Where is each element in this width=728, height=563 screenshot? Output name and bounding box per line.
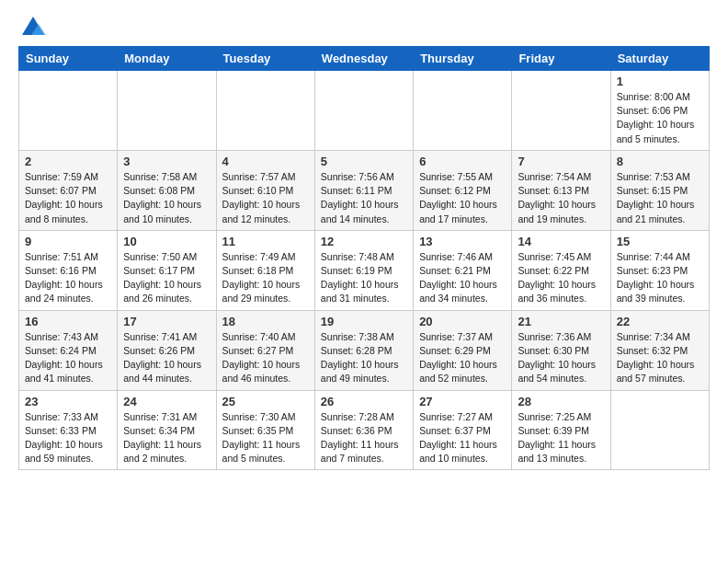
day-info: Sunrise: 7:25 AM Sunset: 6:39 PM Dayligh… bbox=[518, 410, 604, 466]
weekday-header-sunday: Sunday bbox=[19, 47, 118, 71]
day-info: Sunrise: 7:49 AM Sunset: 6:18 PM Dayligh… bbox=[222, 250, 309, 306]
week-row-3: 9Sunrise: 7:51 AM Sunset: 6:16 PM Daylig… bbox=[19, 230, 710, 310]
calendar-cell bbox=[610, 390, 709, 470]
weekday-header-thursday: Thursday bbox=[414, 47, 512, 71]
header bbox=[18, 15, 710, 37]
day-info: Sunrise: 7:30 AM Sunset: 6:35 PM Dayligh… bbox=[222, 410, 309, 466]
calendar-table: SundayMondayTuesdayWednesdayThursdayFrid… bbox=[18, 46, 710, 470]
calendar-cell: 24Sunrise: 7:31 AM Sunset: 6:34 PM Dayli… bbox=[118, 390, 216, 470]
calendar-cell: 18Sunrise: 7:40 AM Sunset: 6:27 PM Dayli… bbox=[216, 310, 314, 390]
day-info: Sunrise: 7:50 AM Sunset: 6:17 PM Dayligh… bbox=[123, 250, 210, 306]
calendar-cell: 25Sunrise: 7:30 AM Sunset: 6:35 PM Dayli… bbox=[216, 390, 314, 470]
day-number: 24 bbox=[123, 395, 210, 408]
day-number: 14 bbox=[518, 235, 604, 248]
day-info: Sunrise: 7:57 AM Sunset: 6:10 PM Dayligh… bbox=[222, 170, 309, 226]
day-info: Sunrise: 8:00 AM Sunset: 6:06 PM Dayligh… bbox=[617, 90, 703, 146]
calendar-cell bbox=[19, 71, 118, 151]
day-number: 20 bbox=[419, 315, 506, 328]
day-info: Sunrise: 7:54 AM Sunset: 6:13 PM Dayligh… bbox=[518, 170, 604, 226]
day-info: Sunrise: 7:45 AM Sunset: 6:22 PM Dayligh… bbox=[518, 250, 604, 306]
day-number: 5 bbox=[321, 155, 407, 168]
day-number: 12 bbox=[321, 235, 407, 248]
calendar-cell: 15Sunrise: 7:44 AM Sunset: 6:23 PM Dayli… bbox=[610, 230, 709, 310]
day-info: Sunrise: 7:34 AM Sunset: 6:32 PM Dayligh… bbox=[617, 330, 703, 386]
calendar-cell: 7Sunrise: 7:54 AM Sunset: 6:13 PM Daylig… bbox=[512, 150, 610, 230]
day-info: Sunrise: 7:40 AM Sunset: 6:27 PM Dayligh… bbox=[222, 330, 309, 386]
calendar-cell: 23Sunrise: 7:33 AM Sunset: 6:33 PM Dayli… bbox=[19, 390, 118, 470]
week-row-1: 1Sunrise: 8:00 AM Sunset: 6:06 PM Daylig… bbox=[19, 71, 710, 151]
day-info: Sunrise: 7:28 AM Sunset: 6:36 PM Dayligh… bbox=[321, 410, 407, 466]
day-number: 19 bbox=[321, 315, 407, 328]
week-row-4: 16Sunrise: 7:43 AM Sunset: 6:24 PM Dayli… bbox=[19, 310, 710, 390]
calendar-cell bbox=[314, 71, 413, 151]
day-number: 7 bbox=[518, 155, 604, 168]
day-info: Sunrise: 7:27 AM Sunset: 6:37 PM Dayligh… bbox=[419, 410, 506, 466]
day-number: 4 bbox=[222, 155, 309, 168]
week-row-5: 23Sunrise: 7:33 AM Sunset: 6:33 PM Dayli… bbox=[19, 390, 710, 470]
day-number: 28 bbox=[518, 395, 604, 408]
calendar-cell: 11Sunrise: 7:49 AM Sunset: 6:18 PM Dayli… bbox=[216, 230, 314, 310]
day-info: Sunrise: 7:46 AM Sunset: 6:21 PM Dayligh… bbox=[419, 250, 506, 306]
day-info: Sunrise: 7:41 AM Sunset: 6:26 PM Dayligh… bbox=[123, 330, 210, 386]
day-info: Sunrise: 7:37 AM Sunset: 6:29 PM Dayligh… bbox=[419, 330, 506, 386]
day-number: 21 bbox=[518, 315, 604, 328]
calendar-cell bbox=[216, 71, 314, 151]
day-number: 25 bbox=[222, 395, 309, 408]
calendar-cell: 19Sunrise: 7:38 AM Sunset: 6:28 PM Dayli… bbox=[314, 310, 413, 390]
day-info: Sunrise: 7:31 AM Sunset: 6:34 PM Dayligh… bbox=[123, 410, 210, 466]
weekday-header-wednesday: Wednesday bbox=[314, 47, 413, 71]
day-info: Sunrise: 7:44 AM Sunset: 6:23 PM Dayligh… bbox=[617, 250, 703, 306]
calendar-cell: 26Sunrise: 7:28 AM Sunset: 6:36 PM Dayli… bbox=[314, 390, 413, 470]
day-info: Sunrise: 7:51 AM Sunset: 6:16 PM Dayligh… bbox=[25, 250, 111, 306]
day-number: 26 bbox=[321, 395, 407, 408]
calendar-cell: 13Sunrise: 7:46 AM Sunset: 6:21 PM Dayli… bbox=[414, 230, 512, 310]
weekday-header-monday: Monday bbox=[118, 47, 216, 71]
calendar-cell: 9Sunrise: 7:51 AM Sunset: 6:16 PM Daylig… bbox=[19, 230, 118, 310]
day-info: Sunrise: 7:43 AM Sunset: 6:24 PM Dayligh… bbox=[25, 330, 111, 386]
calendar-cell: 28Sunrise: 7:25 AM Sunset: 6:39 PM Dayli… bbox=[512, 390, 610, 470]
calendar-cell: 21Sunrise: 7:36 AM Sunset: 6:30 PM Dayli… bbox=[512, 310, 610, 390]
calendar-cell bbox=[512, 71, 610, 151]
day-info: Sunrise: 7:58 AM Sunset: 6:08 PM Dayligh… bbox=[123, 170, 210, 226]
day-number: 6 bbox=[419, 155, 506, 168]
calendar-cell: 17Sunrise: 7:41 AM Sunset: 6:26 PM Dayli… bbox=[118, 310, 216, 390]
calendar-cell: 8Sunrise: 7:53 AM Sunset: 6:15 PM Daylig… bbox=[610, 150, 709, 230]
calendar-cell: 14Sunrise: 7:45 AM Sunset: 6:22 PM Dayli… bbox=[512, 230, 610, 310]
day-number: 22 bbox=[617, 315, 703, 328]
calendar-cell: 22Sunrise: 7:34 AM Sunset: 6:32 PM Dayli… bbox=[610, 310, 709, 390]
day-number: 15 bbox=[617, 235, 703, 248]
day-info: Sunrise: 7:33 AM Sunset: 6:33 PM Dayligh… bbox=[25, 410, 111, 466]
day-info: Sunrise: 7:55 AM Sunset: 6:12 PM Dayligh… bbox=[419, 170, 506, 226]
day-number: 13 bbox=[419, 235, 506, 248]
day-number: 9 bbox=[25, 235, 111, 248]
day-number: 27 bbox=[419, 395, 506, 408]
day-info: Sunrise: 7:59 AM Sunset: 6:07 PM Dayligh… bbox=[25, 170, 111, 226]
weekday-header-row: SundayMondayTuesdayWednesdayThursdayFrid… bbox=[19, 47, 710, 71]
calendar-cell: 1Sunrise: 8:00 AM Sunset: 6:06 PM Daylig… bbox=[610, 71, 709, 151]
calendar-cell: 12Sunrise: 7:48 AM Sunset: 6:19 PM Dayli… bbox=[314, 230, 413, 310]
logo bbox=[18, 15, 46, 37]
day-info: Sunrise: 7:53 AM Sunset: 6:15 PM Dayligh… bbox=[617, 170, 703, 226]
calendar-cell: 6Sunrise: 7:55 AM Sunset: 6:12 PM Daylig… bbox=[414, 150, 512, 230]
day-info: Sunrise: 7:56 AM Sunset: 6:11 PM Dayligh… bbox=[321, 170, 407, 226]
calendar-cell: 5Sunrise: 7:56 AM Sunset: 6:11 PM Daylig… bbox=[314, 150, 413, 230]
day-number: 18 bbox=[222, 315, 309, 328]
calendar-cell: 10Sunrise: 7:50 AM Sunset: 6:17 PM Dayli… bbox=[118, 230, 216, 310]
day-number: 11 bbox=[222, 235, 309, 248]
day-info: Sunrise: 7:38 AM Sunset: 6:28 PM Dayligh… bbox=[321, 330, 407, 386]
calendar-cell: 20Sunrise: 7:37 AM Sunset: 6:29 PM Dayli… bbox=[414, 310, 512, 390]
calendar-page: SundayMondayTuesdayWednesdayThursdayFrid… bbox=[0, 0, 728, 485]
day-number: 3 bbox=[123, 155, 210, 168]
calendar-cell: 27Sunrise: 7:27 AM Sunset: 6:37 PM Dayli… bbox=[414, 390, 512, 470]
day-number: 10 bbox=[123, 235, 210, 248]
day-number: 1 bbox=[617, 75, 703, 88]
day-number: 8 bbox=[617, 155, 703, 168]
week-row-2: 2Sunrise: 7:59 AM Sunset: 6:07 PM Daylig… bbox=[19, 150, 710, 230]
day-number: 2 bbox=[25, 155, 111, 168]
day-number: 16 bbox=[25, 315, 111, 328]
calendar-cell: 3Sunrise: 7:58 AM Sunset: 6:08 PM Daylig… bbox=[118, 150, 216, 230]
calendar-cell: 16Sunrise: 7:43 AM Sunset: 6:24 PM Dayli… bbox=[19, 310, 118, 390]
calendar-cell bbox=[414, 71, 512, 151]
day-number: 23 bbox=[25, 395, 111, 408]
day-info: Sunrise: 7:36 AM Sunset: 6:30 PM Dayligh… bbox=[518, 330, 604, 386]
